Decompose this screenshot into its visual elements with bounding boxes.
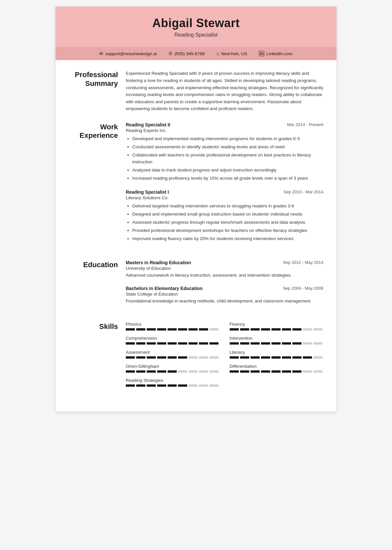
skill-name: Phonics (126, 322, 220, 327)
job-header-1: Reading Specialist II Mar 2014 - Present (126, 122, 323, 127)
contact-linkedin: in LinkedIn.com (259, 51, 293, 56)
linkedin-text: LinkedIn.com (266, 51, 292, 56)
job-bullets-2: Delivered targeted reading intervention … (126, 203, 323, 242)
candidate-name: Abigail Stewart (69, 16, 323, 30)
bullet: Analyzed data to track student progress … (132, 167, 323, 174)
skill-name: Comprehension (126, 336, 220, 341)
phone-icon: ✆ (169, 51, 172, 56)
job-bullets-1: Developed and implemented reading interv… (126, 136, 323, 182)
edu-header-2: Bachelors in Elementary Education Sep 20… (126, 286, 323, 291)
bullet: Increased reading proficiency levels by … (132, 175, 323, 182)
skill-bar (126, 370, 220, 373)
summary-label: Professional Summary (69, 70, 126, 112)
skill-item: Assessment (126, 350, 220, 359)
contact-email: ✉ support@resumedesign.ai (99, 51, 157, 56)
bullet: Improved reading fluency rates by 20% fo… (132, 235, 323, 242)
linkedin-icon: in (259, 51, 265, 56)
skill-name: Differentiation (230, 364, 324, 369)
skills-content: PhonicsFluencyComprehensionInterventionA… (126, 322, 323, 392)
skill-item: Comprehension (126, 336, 220, 345)
edu-block-2: Bachelors in Elementary Education Sep 20… (126, 286, 323, 304)
job-date-1: Mar 2014 - Present (287, 122, 323, 127)
job-company-1: Reading Experts Inc. (126, 128, 323, 133)
bullet: Developed and implemented reading interv… (132, 136, 323, 142)
skills-section: Skills PhonicsFluencyComprehensionInterv… (69, 322, 323, 392)
bullet: Designed and implemented small group ins… (132, 211, 323, 218)
resume-header: Abigail Stewart Reading Specialist (56, 7, 336, 47)
skill-item: Reading Strategies (126, 378, 220, 387)
edu-school-2: State College of Education (126, 292, 323, 297)
skill-item: Differentiation (230, 364, 324, 373)
contact-location: ⌂ NewYork, US (216, 51, 247, 56)
bullet: Assessed students' progress through regu… (132, 219, 323, 226)
skill-name: Orton-Gillingham (126, 364, 220, 369)
edu-date-1: Sep 2012 - May 2014 (283, 260, 323, 265)
job-header-2: Reading Specialist I Sep 2010 - Mar 2014 (126, 189, 323, 195)
edu-date-2: Sep 2004 - May 2008 (283, 286, 323, 291)
phone-text: (555) 345-6789 (174, 51, 204, 56)
skill-bar (230, 328, 324, 331)
work-content: Reading Specialist II Mar 2014 - Present… (126, 122, 323, 250)
email-icon: ✉ (99, 51, 103, 56)
skill-item: Fluency (230, 322, 324, 331)
location-text: NewYork, US (221, 51, 247, 56)
contact-bar: ✉ support@resumedesign.ai ✆ (555) 345-67… (56, 47, 336, 60)
skill-bar (126, 328, 220, 331)
skill-bar (126, 356, 220, 359)
summary-section: Professional Summary Experienced Reading… (69, 70, 323, 112)
bullet: Conducted assessments to identify studen… (132, 144, 323, 151)
job-date-2: Sep 2010 - Mar 2014 (284, 189, 323, 194)
skill-bar (230, 342, 324, 345)
work-label: Work Experience (69, 122, 126, 250)
job-title-1: Reading Specialist II (126, 122, 170, 127)
skill-bar (230, 370, 324, 373)
skill-name: Fluency (230, 322, 324, 327)
skill-name: Reading Strategies (126, 378, 220, 383)
location-icon: ⌂ (216, 51, 219, 56)
candidate-title: Reading Specialist (69, 32, 323, 38)
education-label: Education (69, 260, 126, 312)
skill-name: Literacy (230, 350, 324, 355)
edu-school-1: University of Education (126, 266, 323, 271)
bullet: Provided professional development worksh… (132, 227, 323, 234)
work-section: Work Experience Reading Specialist II Ma… (69, 122, 323, 250)
contact-phone: ✆ (555) 345-6789 (169, 51, 204, 56)
bullet: Delivered targeted reading intervention … (132, 203, 323, 210)
job-block-2: Reading Specialist I Sep 2010 - Mar 2014… (126, 189, 323, 242)
skill-bar (126, 384, 220, 387)
job-company-2: Literacy Solutions Co. (126, 195, 323, 200)
skills-grid: PhonicsFluencyComprehensionInterventionA… (126, 322, 323, 392)
summary-content: Experienced Reading Specialist with 9 ye… (126, 70, 323, 112)
edu-degree-1: Masters in Reading Education (126, 260, 191, 265)
bullet: Collaborated with teachers to provide pr… (132, 152, 323, 166)
main-content: Professional Summary Experienced Reading… (56, 60, 336, 411)
edu-degree-2: Bachelors in Elementary Education (126, 286, 203, 291)
skill-item: Literacy (230, 350, 324, 359)
skills-label: Skills (69, 322, 126, 392)
education-content: Masters in Reading Education Sep 2012 - … (126, 260, 323, 312)
edu-header-1: Masters in Reading Education Sep 2012 - … (126, 260, 323, 265)
skill-item: Orton-Gillingham (126, 364, 220, 373)
skill-bar (126, 342, 220, 345)
edu-desc-2: Foundational knowledge in teaching metho… (126, 298, 323, 304)
email-text: support@resumedesign.ai (105, 51, 157, 56)
summary-text: Experienced Reading Specialist with 9 ye… (126, 70, 323, 112)
edu-block-1: Masters in Reading Education Sep 2012 - … (126, 260, 323, 279)
job-title-2: Reading Specialist I (126, 189, 169, 195)
job-block-1: Reading Specialist II Mar 2014 - Present… (126, 122, 323, 182)
skill-item: Phonics (126, 322, 220, 331)
resume-document: Abigail Stewart Reading Specialist ✉ sup… (56, 7, 336, 412)
education-section: Education Masters in Reading Education S… (69, 260, 323, 312)
skill-item: Intervention (230, 336, 324, 345)
skill-bar (230, 356, 324, 359)
edu-desc-1: Advanced coursework in literacy instruct… (126, 272, 323, 279)
skill-name: Intervention (230, 336, 324, 341)
skill-name: Assessment (126, 350, 220, 355)
